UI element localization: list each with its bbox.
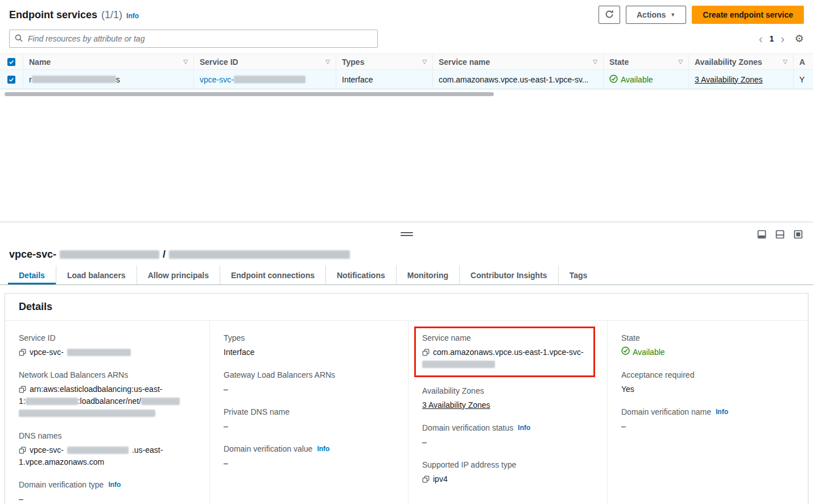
info-link[interactable]: Info (518, 422, 530, 433)
split-panel-divider (0, 222, 813, 246)
select-all-cell (0, 54, 23, 69)
details-column-2: Types Interface Gateway Load Balancers A… (209, 321, 408, 504)
horizontal-scrollbar-thumb[interactable] (5, 92, 494, 96)
table-row[interactable]: rs vpce-svc- Interface com.amazonaws.vpc… (0, 70, 813, 89)
chevron-down-icon: ▼ (670, 13, 675, 18)
filter-icon[interactable]: ▽ (779, 59, 787, 65)
field-domain-verification-type: Domain verification type Info – (19, 479, 196, 504)
next-page-icon[interactable]: › (781, 33, 785, 44)
details-column-1: Service ID vpce-svc- Network Load Balanc… (5, 321, 209, 504)
tab-contributor-insights[interactable]: Contributor Insights (459, 266, 558, 284)
tab-tags[interactable]: Tags (558, 266, 599, 284)
status-badge: Available (633, 346, 665, 358)
details-card-title: Details (5, 294, 808, 321)
field-private-dns-name: Private DNS name – (224, 406, 394, 432)
detail-panel-title: vpce-svc- / (0, 246, 813, 266)
select-all-checkbox[interactable] (7, 58, 15, 66)
create-endpoint-service-button[interactable]: Create endpoint service (692, 6, 804, 24)
tab-load-balancers[interactable]: Load balancers (56, 266, 137, 284)
cell-state: Available (603, 70, 688, 89)
cell-acceptance: Y (793, 70, 813, 89)
info-link[interactable]: Info (317, 443, 329, 455)
redacted-text (26, 398, 78, 405)
settings-gear-icon[interactable]: ⚙ (795, 32, 804, 45)
field-state: State Available (621, 332, 794, 358)
redacted-text (32, 76, 116, 83)
column-label: Service ID (200, 57, 238, 67)
field-dns-names: DNS names vpce-svc-.us-east- 1.vpce.amaz… (19, 430, 196, 468)
field-nlb-arns: Network Load Balancers ARNs arn:aws:elas… (19, 369, 196, 419)
tab-notifications[interactable]: Notifications (325, 266, 396, 284)
details-column-3: Service name com.amazonaws.vpce.us-east-… (408, 321, 607, 504)
field-types: Types Interface (224, 332, 394, 358)
column-label: Types (342, 57, 364, 67)
check-icon (9, 59, 14, 65)
field-service-name: Service name com.amazonaws.vpce.us-east-… (422, 332, 587, 370)
table-header-row: Name ▽ Service ID ▽ Types ▽ Service name… (0, 53, 813, 70)
field-acceptance-required: Acceptance required Yes (621, 369, 794, 395)
field-supported-ip-address-type: Supported IP address type ipv4 (422, 459, 593, 485)
redacted-text (67, 349, 131, 356)
availability-zones-popover-link[interactable]: 3 Availability Zones (695, 75, 763, 84)
prev-page-icon[interactable]: ‹ (759, 33, 763, 44)
pagination: ‹ 1 › ⚙ (759, 32, 804, 45)
page-title: Endpoint services (9, 9, 97, 21)
filter-icon[interactable]: ▽ (180, 59, 188, 65)
column-header-name[interactable]: Name ▽ (23, 54, 193, 69)
column-label: Service name (439, 57, 490, 67)
column-header-availability-zones[interactable]: Availability Zones ▽ (688, 54, 793, 69)
panel-bottom-icon[interactable] (757, 230, 766, 239)
column-header-service-id[interactable]: Service ID ▽ (193, 54, 336, 69)
column-label: State (609, 57, 629, 67)
tab-details[interactable]: Details (8, 266, 56, 284)
filter-icon[interactable]: ▽ (675, 59, 683, 65)
detail-tabs: Details Load balancers Allow principals … (0, 266, 813, 285)
panel-full-icon[interactable] (794, 230, 803, 239)
tab-monitoring[interactable]: Monitoring (396, 266, 459, 284)
column-header-acceptance[interactable]: A (793, 54, 813, 69)
field-domain-verification-status: Domain verification status Info – (422, 422, 593, 448)
cell-types: Interface (336, 70, 432, 89)
availability-zones-popover-link[interactable]: 3 Availability Zones (422, 400, 490, 410)
copy-icon[interactable] (422, 349, 430, 356)
status-badge: Available (621, 75, 653, 84)
tab-endpoint-connections[interactable]: Endpoint connections (220, 266, 325, 284)
redacted-text (19, 410, 155, 417)
column-header-service-name[interactable]: Service name ▽ (432, 54, 603, 69)
info-link[interactable]: Info (108, 479, 121, 490)
endpoint-services-list-section: Endpoint services (1/1) Info Actions ▼ C… (0, 0, 813, 222)
cell-name: rs (23, 70, 193, 89)
copy-icon[interactable] (19, 386, 26, 393)
row-checkbox[interactable] (7, 76, 15, 84)
cell-availability-zones: 3 Availability Zones (688, 70, 793, 89)
details-column-4: State Available Acceptance required Yes (607, 321, 808, 504)
panel-split-icon[interactable] (775, 230, 785, 239)
copy-icon[interactable] (19, 349, 26, 356)
refresh-button[interactable] (599, 6, 620, 24)
panel-layout-buttons (757, 222, 803, 246)
filter-icon[interactable]: ▽ (419, 59, 427, 65)
info-link[interactable]: Info (716, 406, 728, 418)
annotation-highlight-box: Service name com.amazonaws.vpce.us-east-… (414, 327, 595, 377)
header-info-link[interactable]: Info (126, 12, 139, 20)
actions-label: Actions (637, 10, 666, 19)
refresh-icon (605, 10, 614, 20)
current-page[interactable]: 1 (769, 34, 774, 43)
filter-icon[interactable]: ▽ (589, 59, 597, 65)
tab-allow-principals[interactable]: Allow principals (137, 266, 220, 284)
copy-icon[interactable] (19, 447, 26, 454)
actions-button[interactable]: Actions ▼ (626, 6, 686, 24)
filter-icon[interactable]: ▽ (322, 59, 330, 65)
search-box[interactable] (9, 30, 378, 48)
column-header-state[interactable]: State ▽ (603, 54, 688, 69)
field-glb-arns: Gateway Load Balancers ARNs – (224, 369, 394, 395)
redacted-text (422, 361, 495, 368)
field-domain-verification-value: Domain verification value Info – (224, 443, 394, 469)
split-panel-drag-handle[interactable] (398, 230, 415, 238)
toolbar: ‹ 1 › ⚙ (0, 27, 813, 53)
details-card: Details Service ID vpce-svc- Network Loa… (5, 293, 808, 504)
column-header-types[interactable]: Types ▽ (336, 54, 432, 69)
service-id-link[interactable]: vpce-svc- (200, 75, 306, 84)
search-input[interactable] (27, 34, 372, 44)
copy-icon[interactable] (422, 476, 430, 483)
